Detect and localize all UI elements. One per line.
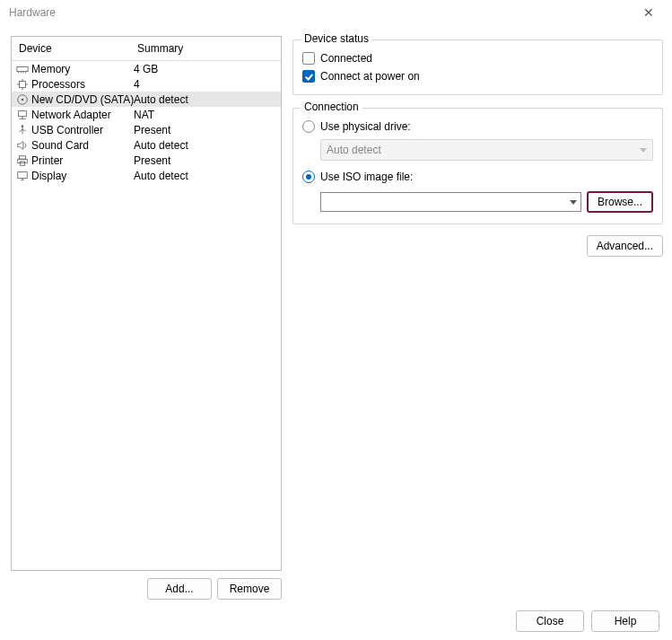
power-on-row[interactable]: Connect at power on	[302, 67, 653, 85]
physical-drive-select: Auto detect	[320, 139, 653, 161]
advanced-button[interactable]: Advanced...	[587, 235, 663, 257]
svg-rect-20	[20, 155, 26, 159]
device-name: Processors	[30, 78, 130, 91]
list-header: Device Summary	[12, 37, 281, 61]
svg-rect-12	[19, 110, 27, 116]
header-device: Device	[12, 37, 130, 60]
header-summary: Summary	[130, 37, 281, 60]
device-name: USB Controller	[30, 124, 130, 136]
right-panel: Device status Connected Connect at power…	[292, 36, 663, 600]
device-summary: Auto detect	[130, 170, 277, 182]
device-name: Memory	[30, 63, 130, 75]
device-list[interactable]: Device Summary Memory4 GBProcessors4New …	[11, 36, 282, 571]
chevron-down-icon	[640, 148, 647, 153]
device-name: Sound Card	[30, 139, 130, 152]
power-on-checkbox[interactable]	[302, 70, 315, 83]
svg-line-17	[20, 129, 23, 132]
close-button[interactable]: Close	[516, 610, 584, 632]
svg-rect-5	[20, 81, 26, 87]
physical-drive-radio[interactable]	[302, 120, 315, 133]
disc-icon	[15, 93, 30, 106]
sound-icon	[15, 139, 30, 152]
connected-label: Connected	[320, 52, 372, 65]
table-row[interactable]: Processors4	[12, 76, 281, 92]
left-panel: Device Summary Memory4 GBProcessors4New …	[11, 36, 282, 600]
dialog-footer: Close Help	[0, 600, 672, 640]
device-name: Printer	[30, 154, 130, 167]
memory-icon	[15, 63, 30, 75]
physical-drive-label: Use physical drive:	[320, 120, 411, 133]
titlebar: Hardware ✕	[0, 0, 672, 25]
iso-radio[interactable]	[302, 171, 315, 183]
network-icon	[15, 109, 30, 121]
device-summary: Auto detect	[130, 93, 277, 106]
printer-icon	[15, 154, 30, 167]
device-name: New CD/DVD (SATA)	[30, 93, 130, 106]
physical-drive-value: Auto detect	[327, 144, 381, 156]
usb-icon	[15, 124, 30, 136]
device-status-legend: Device status	[301, 32, 372, 45]
add-button[interactable]: Add...	[147, 578, 212, 600]
iso-file-select[interactable]	[320, 192, 581, 212]
connection-legend: Connection	[301, 101, 362, 113]
device-list-buttons: Add... Remove	[11, 571, 282, 600]
table-row[interactable]: Sound CardAuto detect	[12, 137, 281, 153]
device-summary: Present	[130, 124, 277, 136]
table-row[interactable]: DisplayAuto detect	[12, 168, 281, 183]
device-status-group: Device status Connected Connect at power…	[292, 39, 663, 95]
close-icon[interactable]: ✕	[631, 5, 667, 20]
connected-checkbox[interactable]	[302, 52, 315, 65]
iso-label: Use ISO image file:	[320, 171, 413, 183]
table-row[interactable]: New CD/DVD (SATA)Auto detect	[12, 92, 281, 107]
advanced-row: Advanced...	[292, 235, 663, 257]
device-summary: Present	[130, 154, 277, 167]
device-summary: Auto detect	[130, 139, 277, 152]
device-summary: 4	[130, 78, 277, 91]
display-icon	[15, 170, 30, 182]
svg-rect-0	[17, 66, 28, 71]
device-name: Network Adapter	[30, 109, 130, 121]
connection-group: Connection Use physical drive: Auto dete…	[292, 108, 663, 224]
power-on-label: Connect at power on	[320, 70, 420, 83]
physical-drive-row[interactable]: Use physical drive:	[302, 118, 653, 136]
table-row[interactable]: Memory4 GB	[12, 61, 281, 76]
table-row[interactable]: USB ControllerPresent	[12, 122, 281, 137]
svg-rect-23	[18, 171, 28, 178]
iso-row[interactable]: Use ISO image file:	[302, 168, 653, 186]
device-name: Display	[30, 170, 130, 182]
table-row[interactable]: PrinterPresent	[12, 153, 281, 168]
table-row[interactable]: Network AdapterNAT	[12, 107, 281, 122]
help-button[interactable]: Help	[591, 610, 659, 632]
remove-button[interactable]: Remove	[217, 578, 282, 600]
cpu-icon	[15, 78, 30, 91]
svg-point-11	[22, 98, 24, 101]
device-summary: NAT	[130, 109, 277, 121]
device-summary: 4 GB	[130, 63, 277, 75]
svg-marker-19	[18, 141, 23, 149]
browse-button[interactable]: Browse...	[587, 191, 653, 213]
window-title: Hardware	[5, 6, 631, 19]
connected-row[interactable]: Connected	[302, 49, 653, 67]
iso-input-row: Browse...	[320, 191, 653, 213]
content-area: Device Summary Memory4 GBProcessors4New …	[0, 25, 672, 600]
chevron-down-icon	[570, 200, 577, 205]
svg-line-18	[22, 129, 26, 131]
